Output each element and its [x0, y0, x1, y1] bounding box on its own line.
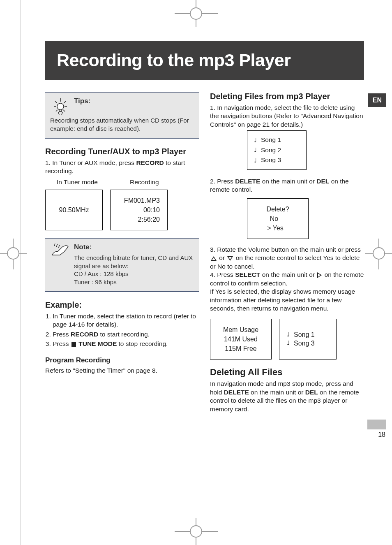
- del-step-1: 1. In navigation mode, select the file t…: [210, 104, 364, 129]
- music-note-icon: ♩: [287, 330, 290, 339]
- lcd-line: 2:56:20: [138, 215, 160, 224]
- keyword-delete: DELETE: [224, 389, 249, 396]
- lcd-line: > Yes: [267, 224, 288, 232]
- tips-box: Tips: Recording stops automatically when…: [45, 92, 199, 139]
- keyword-select: SELECT: [235, 271, 260, 278]
- lcd-line: 141M Used: [224, 335, 258, 343]
- text: If Yes is selected, the display shows me…: [210, 288, 364, 313]
- label-in-tuner-mode: In Tuner mode: [57, 178, 98, 186]
- keyword-record: RECORD: [136, 159, 164, 166]
- song-label: Song 1: [261, 136, 281, 144]
- text: Press: [53, 340, 71, 347]
- page-number-block: 18: [367, 420, 386, 439]
- deleting-all-files-heading: Deleting All Files: [210, 367, 364, 377]
- example-heading: Example:: [45, 300, 199, 310]
- list-item: ♩Song 2: [254, 145, 298, 155]
- note-box: Note: The encoding bitrate for tuner, CD…: [45, 238, 199, 292]
- lcd-line: 00:10: [143, 206, 160, 214]
- svg-line-11: [56, 244, 58, 247]
- svg-line-12: [58, 245, 60, 248]
- note-line: CD / Aux : 128 kbps: [74, 270, 194, 278]
- tips-label: Tips:: [74, 97, 90, 106]
- lcd-line: Mem Usage: [223, 325, 258, 334]
- deleting-files-heading: Deleting Files from mp3 Player: [210, 92, 364, 101]
- svg-point-0: [57, 103, 64, 110]
- page-title-bar: Recording to the mp3 Player: [45, 41, 364, 80]
- del-step-2: 2. Press DELETE on the main unit or DEL …: [210, 177, 364, 194]
- section-recording-tuner-heading: Recording Tuner/AUX to mp3 Player: [45, 147, 199, 156]
- play-icon: [317, 272, 322, 278]
- music-note-icon: ♩: [254, 136, 257, 144]
- song-label: Song 1: [294, 330, 315, 339]
- example-step-1: In Tuner mode, select the station to rec…: [53, 312, 199, 329]
- text: Rotate the Volume button on the main uni…: [217, 246, 361, 253]
- note-line: The encoding bitrate for tuner, CD and A…: [74, 254, 194, 270]
- song-label: Song 3: [261, 156, 281, 164]
- text: on the main unit or: [260, 271, 316, 278]
- keyword-del: DEL: [305, 389, 318, 396]
- note-label: Note:: [74, 243, 92, 251]
- text: Press: [53, 331, 71, 338]
- text: on the main unit or: [249, 389, 305, 396]
- step-record-1: 1. In Tuner or AUX mode, press RECORD to…: [45, 159, 199, 176]
- svg-line-9: [62, 112, 62, 115]
- down-arrow-icon: [227, 256, 233, 261]
- svg-line-10: [54, 244, 55, 246]
- tips-body: Recording stops automatically when CD st…: [50, 116, 194, 133]
- lcd-line: 115M Free: [225, 344, 256, 353]
- program-recording-body: Refers to "Setting the Timer" on page 8.: [45, 366, 199, 375]
- del-step-4: 4. Press SELECT on the main unit or on t…: [210, 271, 364, 313]
- music-note-icon: ♩: [254, 146, 257, 154]
- lcd-line: No: [270, 214, 286, 223]
- svg-line-8: [58, 112, 59, 115]
- song-label: Song 3: [294, 339, 315, 348]
- lcd-tuner: 90.50MHz: [45, 190, 103, 230]
- list-item: ♩Song 1: [287, 330, 329, 339]
- text: on the main unit or: [260, 178, 316, 185]
- list-item: ♩Song 3: [287, 339, 329, 348]
- lcd-delete-confirm: Delete? No > Yes: [247, 198, 309, 239]
- text: In navigation mode, select the file to d…: [210, 104, 363, 128]
- lcd-line: FM001.MP3: [124, 196, 160, 205]
- label-recording: Recording: [130, 178, 159, 186]
- music-note-icon: ♩: [287, 339, 290, 348]
- svg-line-5: [64, 101, 66, 103]
- up-arrow-icon: [211, 256, 217, 261]
- page-number: 18: [367, 430, 386, 439]
- list-item: ♩Song 1: [254, 135, 298, 145]
- text: to start recording.: [98, 331, 150, 338]
- lcd-recording: FM001.MP3 00:10 2:56:20: [110, 190, 168, 230]
- lcd-song-list-a: ♩Song 1 ♩Song 2 ♩Song 3: [247, 130, 307, 169]
- lcd-line: 90.50MHz: [59, 206, 89, 214]
- page-title: Recording to the mp3 Player: [57, 50, 353, 70]
- song-label: Song 2: [261, 146, 281, 154]
- keyword-delete: DELETE: [235, 178, 260, 185]
- lcd-mem-usage: Mem Usage 141M Used 115M Free: [210, 319, 272, 359]
- keyword-del: DEL: [316, 178, 329, 185]
- svg-line-7: [63, 110, 65, 111]
- right-column: EN Deleting Files from mp3 Player 1. In …: [210, 92, 364, 413]
- lightbulb-icon: [50, 97, 71, 115]
- example-step-3: Press TUNE MODE to stop recording.: [53, 340, 199, 348]
- text: or: [217, 254, 226, 261]
- music-note-icon: ♩: [254, 156, 257, 165]
- note-line: Tuner : 96 kbps: [74, 278, 194, 286]
- svg-line-6: [56, 110, 58, 111]
- language-tab: EN: [368, 93, 386, 107]
- keyword-tune-mode: TUNE MODE: [78, 340, 117, 347]
- text: 1. In Tuner or AUX mode, press: [45, 159, 136, 166]
- program-recording-heading: Program Recording: [45, 356, 199, 365]
- del-step-3: 3. Rotate the Volume button on the main …: [210, 246, 364, 271]
- list-item: ♩Song 3: [254, 155, 298, 165]
- svg-line-4: [55, 101, 57, 103]
- text: Press: [217, 271, 235, 278]
- keyword-record: RECORD: [71, 331, 98, 338]
- lcd-line: Delete?: [266, 205, 289, 213]
- stop-icon: [71, 342, 76, 347]
- lcd-song-list-b: ♩Song 1 ♩Song 3: [279, 319, 337, 359]
- example-step-2: Press RECORD to start recording.: [53, 330, 199, 339]
- note-hand-icon: [50, 243, 71, 259]
- deleting-all-files-body: In navigation mode and mp3 stop mode, pr…: [210, 380, 364, 413]
- text: to stop recording.: [117, 340, 168, 347]
- text: Press: [217, 178, 235, 185]
